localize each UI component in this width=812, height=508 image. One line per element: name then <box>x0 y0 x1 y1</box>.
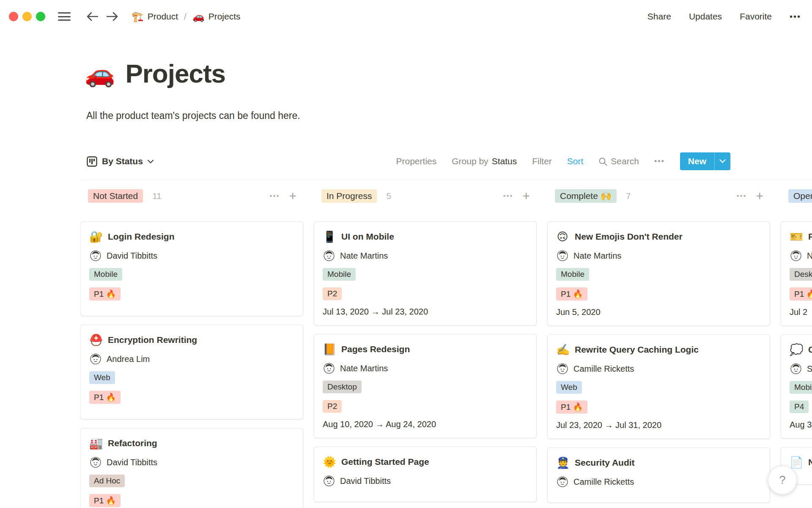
card-emoji-icon: ✍️ <box>556 344 569 355</box>
card-tag-row: Ad Hoc <box>89 475 294 487</box>
assignee-name: S <box>807 364 812 374</box>
card-emoji-icon: ⛑️ <box>89 334 102 345</box>
card-title: N <box>808 457 812 467</box>
assignee-name: Camille Ricketts <box>573 477 634 487</box>
card[interactable]: 🎫PNDesktopP1 🔥Jul 2 <box>781 221 812 326</box>
card-title: Refactoring <box>108 438 157 448</box>
card-emoji-icon: 📙 <box>323 344 335 355</box>
help-button[interactable]: ? <box>768 466 797 494</box>
tag-pill: Mobile <box>323 268 356 281</box>
card[interactable]: ✍️Rewrite Query Caching LogicCamille Ric… <box>547 334 770 439</box>
share-button[interactable]: Share <box>647 11 671 22</box>
view-switcher[interactable]: By Status <box>87 156 154 167</box>
card-assignee-row: Nate Martins <box>556 250 761 261</box>
assignee-name: David Tibbitts <box>340 476 391 486</box>
card[interactable]: 🌞Getting Started PageDavid Tibbitts <box>314 447 537 502</box>
tag-pill: Mobile <box>556 268 589 281</box>
properties-button[interactable]: Properties <box>396 156 437 166</box>
card-title-row: 📄N <box>790 457 812 468</box>
card-tag-row: Desktop <box>323 381 528 393</box>
card-title: Rewrite Query Caching Logic <box>575 345 699 355</box>
breadcrumb-item-product[interactable]: 🏗️ Product <box>132 11 178 22</box>
new-button[interactable]: New <box>680 152 730 170</box>
board-column: Open•••+🎫PNDesktopP1 🔥Jul 2💭CSMobileP4Au… <box>781 188 812 508</box>
view-switcher-label: By Status <box>102 156 143 166</box>
card-emoji-icon: 🙃 <box>556 231 569 242</box>
card[interactable]: 📱UI on MobileNate MartinsMobileP2Jul 13,… <box>314 221 537 326</box>
card-emoji-icon: 📄 <box>790 457 802 468</box>
card-title-row: 🎫P <box>790 231 812 242</box>
assignee-name: N <box>807 251 812 261</box>
card[interactable]: 📙Pages RedesignNate MartinsDesktopP2Aug … <box>314 334 537 438</box>
column-add-card-icon[interactable]: + <box>522 190 530 202</box>
card-title-row: 🌞Getting Started Page <box>323 456 528 467</box>
column-add-card-icon[interactable]: + <box>756 190 763 202</box>
sidebar-menu-icon[interactable] <box>58 12 71 21</box>
column-header: Not Started11•••+ <box>80 188 303 204</box>
column-status-pill[interactable]: Not Started <box>88 189 143 203</box>
toolbar-more-icon[interactable]: ••• <box>654 157 665 166</box>
card[interactable]: 🏭RefactoringDavid TibbittsAd HocP1 🔥 <box>80 428 303 508</box>
window-titlebar: 🏗️ Product / 🚗 Projects Share Updates Fa… <box>0 0 812 33</box>
column-card-count: 11 <box>152 191 162 201</box>
board-toolbar: By Status Properties Group by Status Fil… <box>87 151 730 172</box>
board-column: In Progress5•••+📱UI on MobileNate Martin… <box>314 188 537 508</box>
card-tag-row: P1 🔥 <box>89 287 294 301</box>
avatar <box>557 250 568 261</box>
tag-pill: Web <box>89 371 115 384</box>
card-title-row: ⛑️Encryption Rewriting <box>89 334 294 345</box>
window-controls <box>9 12 45 21</box>
card-title-row: 📙Pages Redesign <box>323 344 528 355</box>
more-options-icon[interactable]: ••• <box>790 12 801 22</box>
assignee-name: David Tibbitts <box>107 251 157 261</box>
kanban-view-icon <box>87 156 97 167</box>
card[interactable]: 🔐Login RedesignDavid TibbittsMobileP1 🔥 <box>80 221 303 316</box>
assignee-name: David Tibbitts <box>107 458 157 467</box>
column-header: In Progress5•••+ <box>314 188 537 204</box>
new-dropdown-chevron-icon[interactable] <box>714 152 730 170</box>
zoom-window-button[interactable] <box>36 12 45 21</box>
back-arrow-icon[interactable] <box>85 9 99 24</box>
column-status-pill[interactable]: In Progress <box>321 189 377 203</box>
updates-button[interactable]: Updates <box>689 11 722 22</box>
minimize-window-button[interactable] <box>22 12 32 21</box>
forward-arrow-icon[interactable] <box>105 9 120 24</box>
chevron-down-icon <box>148 160 154 163</box>
column-status-pill[interactable]: Open <box>788 189 812 203</box>
card[interactable]: 🙃New Emojis Don't RenderNate MartinsMobi… <box>547 221 770 326</box>
card[interactable]: 👮Security AuditCamille Ricketts <box>547 447 770 503</box>
tag-pill: P2 <box>323 400 342 413</box>
column-more-icon[interactable]: ••• <box>503 192 513 200</box>
card-title: UI on Mobile <box>341 232 394 242</box>
card-title-row: 💭C <box>790 344 812 355</box>
card-title: Pages Redesign <box>341 344 410 354</box>
card-assignee-row: Nate Martins <box>323 363 528 374</box>
column-cards: 🔐Login RedesignDavid TibbittsMobileP1 🔥⛑… <box>80 221 303 508</box>
avatar <box>90 250 101 261</box>
column-status-pill[interactable]: Complete 🙌 <box>555 189 617 203</box>
filter-button[interactable]: Filter <box>532 156 552 166</box>
group-by-button[interactable]: Group by Status <box>452 156 517 166</box>
card-title-row: 📱UI on Mobile <box>323 231 528 242</box>
column-more-icon[interactable]: ••• <box>737 192 747 200</box>
kanban-board: Not Started11•••+🔐Login RedesignDavid Ti… <box>80 188 812 508</box>
card[interactable]: ⛑️Encryption RewritingAndrea LimWebP1 🔥 <box>80 325 303 420</box>
board-column: Not Started11•••+🔐Login RedesignDavid Ti… <box>80 188 303 508</box>
column-add-card-icon[interactable]: + <box>289 190 296 202</box>
page-icon-car: 🚗 <box>85 61 115 86</box>
card-emoji-icon: 🔐 <box>89 231 102 242</box>
sort-button[interactable]: Sort <box>567 156 584 166</box>
favorite-button[interactable]: Favorite <box>740 11 772 22</box>
breadcrumb-item-projects[interactable]: 🚗 Projects <box>192 11 241 22</box>
card-assignee-row: S <box>790 363 812 374</box>
assignee-name: Camille Ricketts <box>573 364 634 374</box>
card[interactable]: 💭CSMobileP4Aug 3 <box>781 334 812 439</box>
column-cards: 📱UI on MobileNate MartinsMobileP2Jul 13,… <box>314 221 537 502</box>
column-more-icon[interactable]: ••• <box>270 192 280 200</box>
card-title-row: 👮Security Audit <box>556 457 761 468</box>
column-cards: 🎫PNDesktopP1 🔥Jul 2💭CSMobileP4Aug 3📄N <box>781 221 812 485</box>
assignee-name: Andrea Lim <box>107 354 150 364</box>
search-button[interactable]: Search <box>598 156 639 166</box>
close-window-button[interactable] <box>9 12 18 21</box>
card-emoji-icon: 💭 <box>790 344 802 355</box>
